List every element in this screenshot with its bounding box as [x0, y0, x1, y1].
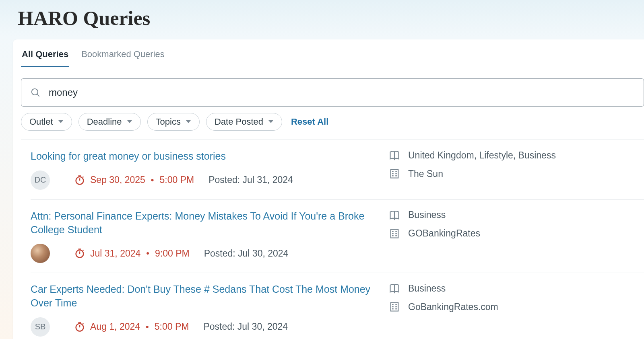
svg-line-27 — [83, 323, 84, 324]
svg-rect-32 — [395, 306, 397, 308]
dot-separator: • — [145, 322, 150, 332]
query-row: Looking for great money or business stor… — [31, 140, 644, 200]
avatar: SB — [31, 317, 50, 337]
svg-rect-19 — [395, 231, 397, 232]
filter-topics-label: Topics — [156, 117, 181, 127]
posted-label: Posted: Jul 30, 2024 — [203, 321, 288, 332]
avatar: DC — [31, 171, 50, 190]
deadline-time: 9:00 PM — [155, 248, 190, 259]
svg-rect-17 — [391, 229, 398, 238]
book-icon — [389, 283, 400, 294]
svg-rect-18 — [392, 231, 394, 232]
filters-row: Outlet Deadline Topics Date Posted Reset… — [21, 113, 644, 140]
deadline-group: Aug 1, 2024 • 5:00 PM — [74, 321, 189, 333]
deadline-date: Jul 31, 2024 — [90, 248, 140, 259]
reset-all-link[interactable]: Reset All — [291, 117, 328, 127]
query-title-link[interactable]: Looking for great money or business stor… — [31, 150, 226, 162]
tab-bookmarked-queries[interactable]: Bookmarked Queries — [80, 45, 165, 67]
svg-rect-22 — [392, 235, 394, 236]
query-outlet: GoBankingRates.com — [408, 302, 498, 312]
deadline-group: Jul 31, 2024 • 9:00 PM — [74, 248, 190, 259]
book-icon — [389, 210, 400, 221]
query-row: Attn: Personal Finance Experts: Money Mi… — [31, 200, 644, 273]
filter-deadline-label: Deadline — [87, 117, 122, 127]
book-icon — [389, 150, 400, 161]
svg-rect-21 — [395, 233, 397, 234]
caret-down-icon — [127, 120, 132, 124]
caret-down-icon — [268, 120, 274, 124]
building-icon — [389, 168, 400, 179]
deadline-time: 5:00 PM — [155, 321, 189, 332]
svg-rect-7 — [392, 171, 394, 172]
stopwatch-icon — [74, 321, 85, 333]
filter-date-posted-label: Date Posted — [215, 117, 263, 127]
svg-rect-6 — [391, 170, 398, 178]
query-title-link[interactable]: Car Experts Needed: Don't Buy These # Se… — [31, 284, 370, 308]
svg-rect-28 — [391, 303, 398, 311]
query-topics: United Kingdom, Lifestyle, Business — [408, 150, 556, 161]
building-icon — [389, 301, 400, 312]
svg-rect-12 — [395, 175, 397, 177]
svg-line-5 — [83, 177, 84, 177]
stopwatch-icon — [74, 248, 85, 259]
svg-rect-20 — [392, 233, 394, 234]
deadline-group: Sep 30, 2025 • 5:00 PM — [74, 175, 194, 186]
query-row: Car Experts Needed: Don't Buy These # Se… — [31, 273, 644, 339]
stopwatch-icon — [74, 175, 85, 186]
svg-rect-31 — [392, 306, 394, 308]
query-title-link[interactable]: Attn: Personal Finance Experts: Money Mi… — [31, 210, 364, 235]
filter-topics[interactable]: Topics — [147, 113, 200, 131]
query-outlet: GOBankingRates — [408, 228, 480, 239]
query-topics: Business — [408, 210, 446, 220]
query-outlet: The Sun — [408, 168, 443, 179]
search-input[interactable] — [49, 87, 635, 98]
svg-rect-8 — [395, 171, 397, 172]
filter-outlet-label: Outlet — [29, 117, 53, 127]
deadline-date: Sep 30, 2025 — [90, 175, 145, 185]
deadline-time: 5:00 PM — [160, 175, 194, 185]
posted-label: Posted: Jul 30, 2024 — [204, 248, 289, 259]
query-topics: Business — [408, 283, 446, 294]
deadline-date: Aug 1, 2024 — [90, 321, 140, 332]
tab-all-queries[interactable]: All Queries — [21, 45, 69, 67]
svg-point-0 — [32, 89, 38, 95]
search-box[interactable] — [21, 78, 644, 107]
content-panel: All Queries Bookmarked Queries Outlet De… — [13, 39, 644, 339]
svg-rect-34 — [395, 308, 397, 310]
avatar — [31, 244, 50, 263]
svg-rect-23 — [395, 235, 397, 236]
svg-line-1 — [37, 94, 39, 96]
page-title: HARO Queries — [0, 0, 644, 39]
filter-date-posted[interactable]: Date Posted — [206, 113, 282, 131]
svg-rect-33 — [392, 308, 394, 310]
search-icon — [30, 87, 41, 98]
svg-rect-10 — [395, 173, 397, 174]
svg-rect-30 — [395, 304, 397, 305]
dot-separator: • — [145, 248, 150, 259]
filter-deadline[interactable]: Deadline — [78, 113, 141, 131]
svg-line-16 — [83, 250, 84, 251]
svg-rect-9 — [392, 173, 394, 174]
tabs-bar: All Queries Bookmarked Queries — [13, 45, 644, 67]
caret-down-icon — [186, 120, 191, 124]
dot-separator: • — [150, 175, 155, 185]
posted-label: Posted: Jul 31, 2024 — [208, 175, 293, 185]
svg-point-2 — [76, 177, 84, 185]
svg-rect-29 — [392, 304, 394, 305]
building-icon — [389, 228, 400, 239]
filter-outlet[interactable]: Outlet — [21, 113, 72, 131]
svg-rect-11 — [392, 175, 394, 177]
caret-down-icon — [58, 120, 64, 124]
